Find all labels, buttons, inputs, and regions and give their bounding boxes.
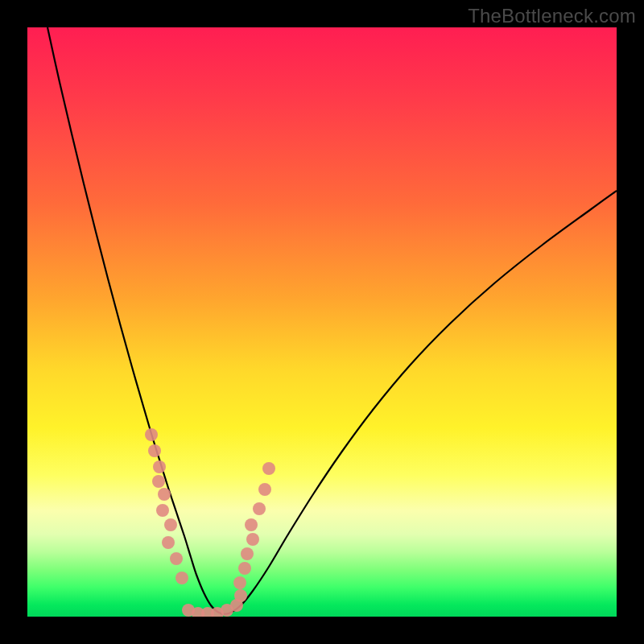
scatter-dot (156, 504, 169, 517)
scatter-dot (145, 428, 158, 441)
plot-area (27, 27, 617, 617)
scatter-dot (245, 518, 258, 531)
curve-path-group (47, 27, 617, 614)
scatter-dot (148, 444, 161, 457)
bottleneck-curve (47, 27, 617, 614)
scatter-dot (162, 536, 175, 549)
scatter-dot (238, 562, 251, 575)
scatter-dot (253, 502, 266, 515)
scatter-dot (164, 518, 177, 531)
scatter-dot (153, 460, 166, 473)
chart-svg (27, 27, 617, 617)
scatter-dot (152, 475, 165, 488)
scatter-dot (241, 547, 254, 560)
scatter-dot (175, 572, 188, 584)
scatter-dots-group (145, 428, 275, 617)
scatter-dot (262, 462, 275, 475)
scatter-dot (234, 589, 247, 602)
chart-frame: TheBottleneck.com (0, 0, 644, 644)
scatter-dot (221, 604, 233, 617)
scatter-dot (258, 483, 271, 496)
scatter-dot (233, 576, 246, 589)
scatter-dot (158, 488, 171, 501)
scatter-dot (246, 533, 259, 546)
scatter-dot (170, 552, 183, 565)
watermark-text: TheBottleneck.com (468, 5, 636, 27)
